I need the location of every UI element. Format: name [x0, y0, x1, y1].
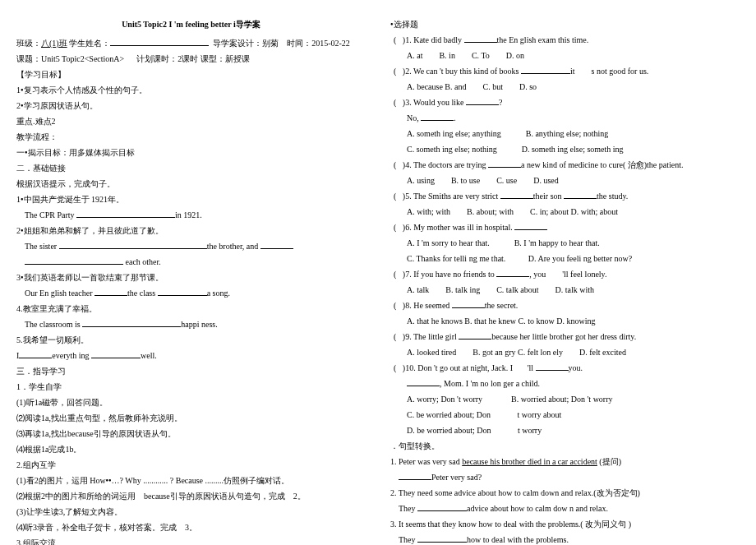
rq5-blank2: [564, 190, 597, 199]
rq3-blank: [466, 96, 499, 105]
rq4: ( )4. The doctors are trying a new kind …: [390, 157, 740, 173]
rq1-c: C. To: [472, 48, 490, 63]
rq7-a: A. talk: [407, 282, 429, 298]
rq9-blank: [459, 330, 491, 339]
rq5-c-opt: C. in; about D. with; about: [530, 204, 618, 219]
q2-en-a: The sister: [25, 242, 57, 251]
rq4-blank: [488, 159, 521, 168]
rq3-ob: B. anything else; nothing: [526, 126, 609, 141]
rq3-no-blank: [421, 112, 454, 121]
rq4-b: a new kind of medicine to cure( 治愈)the p…: [521, 160, 683, 169]
rq6-c: C. Thanks for telli ng me that.: [407, 251, 505, 266]
rq6-opts2: C. Thanks for telli ng me that. D. Are y…: [390, 251, 740, 266]
q3-blank1: [94, 287, 127, 296]
q4-en-b: happi ness.: [181, 320, 217, 329]
rq9: ( )9. The little girl because her little…: [390, 329, 740, 344]
q1-en-b: in 1921.: [175, 210, 202, 219]
rq5-opts: A. with; withB. about; withC. in; about …: [390, 204, 740, 219]
rq10-mom: , Mom. I 'm no lon ger a child.: [390, 376, 740, 391]
rq2-d: D. so: [519, 79, 537, 95]
s3-2d: ⑷听3录音，补全电子贺卡，核对答案。完成 3。: [16, 520, 366, 535]
rq4-c: C. use: [496, 173, 517, 188]
right-column: •选择题 ( )1. Kate did badly the En glish e…: [390, 16, 740, 545]
tr2: 2. They need some advice about how to ca…: [390, 485, 740, 501]
rq10-oc: C. be worried about; Don: [407, 407, 491, 423]
doc-title: Unit5 Topic2 I 'm feeling better i导学案: [16, 16, 366, 32]
rq8: ( )8. He seemed the secret.: [390, 298, 740, 313]
left-column: Unit5 Topic2 I 'm feeling better i导学案 班级…: [16, 16, 366, 545]
tr1-b: (提问): [597, 457, 621, 466]
rq2: ( )2. We can 't buy this kind of books i…: [390, 63, 740, 79]
design-label: 导学案设计：别菊: [213, 39, 279, 48]
tr3-b: how to deal with the problems.: [467, 535, 569, 544]
q5-en-b: everyth ing: [52, 351, 89, 360]
step-2: 二．基础链接: [16, 160, 366, 176]
tr1-a: 1. Peter was very sad: [390, 457, 462, 466]
q4-zh: 4.教室里充满了幸福。: [16, 301, 366, 316]
transform-heading: ．句型转换。: [390, 438, 740, 454]
rq7-b: , you: [529, 270, 546, 279]
s3-2a: (1)看2的图片，运用 How••…? Why ............ ? B…: [16, 473, 366, 488]
tr1: 1. Peter was very sad because his brothe…: [390, 454, 740, 469]
rq5-b-opt: B. about; with: [467, 204, 514, 219]
rq3-text: )3. Would you like: [403, 98, 464, 107]
rq1-text: )1. Kate did badly: [403, 35, 462, 44]
rq3-no-text: No,: [407, 113, 419, 122]
rq5-b: their son: [533, 192, 562, 201]
flow-heading: 教学流程：: [16, 129, 366, 145]
rq2-blank: [521, 65, 570, 74]
rq10-d: , Mom. I 'm no lon ger a child.: [440, 379, 540, 388]
rq6-d: D. Are you feeli ng better now?: [528, 251, 632, 266]
rq3-oc: C. someth ing else; nothing: [407, 141, 497, 157]
rq10-opts1: A. worry; Don 't worry B. worried about;…: [390, 391, 740, 407]
rq2-opts: A. because B. andC. butD. so: [390, 79, 740, 95]
header-row-2: 课题：Unit5 Topic2<SectionA> 计划课时：2课时 课型：新授…: [16, 51, 366, 67]
rq8-text: )8. He seemed: [403, 301, 449, 310]
q4-blank: [82, 318, 181, 327]
s3-2c: (3)让学生读3,了解短文内容。: [16, 504, 366, 520]
obj-2: 2•学习原因状语从句。: [16, 98, 366, 113]
rq3-oa: A. someth ing else; anything: [407, 126, 501, 141]
q2-blank1: [59, 240, 158, 249]
rq3-opts2: C. someth ing else; nothing D. someth in…: [390, 141, 740, 157]
q2-blank2: [260, 240, 293, 249]
rq6: ( )6. My mother was ill in hospital.: [390, 219, 740, 235]
tr3: 3. It seems that they know how to deal w…: [390, 516, 740, 532]
rq6-a: A. I 'm sorry to hear that.: [407, 235, 490, 251]
tr2-a: They: [399, 504, 416, 513]
q1-en-a: The CPR Party: [25, 210, 75, 219]
q5-blank2: [91, 349, 141, 358]
rq10-ob: B. worried about; Don 't worry: [511, 391, 612, 407]
rq4-text: )4. The doctors are trying: [403, 160, 486, 169]
rq7-d: D. talk with: [555, 282, 595, 298]
s3-2b: ⑵根据2中的图片和所给的词运用 because引导的原因状语从句造句，完成 2。: [16, 488, 366, 504]
rq4-b-opt: B. to use: [451, 173, 480, 188]
topic-value: Unit5 Topic2<SectionA>: [41, 54, 124, 63]
q5-zh: 5.我希望一切顺利。: [16, 332, 366, 348]
rq6-text: )6. My mother was ill in hospital.: [403, 223, 513, 232]
rq7-c: 'll feel lonely.: [562, 270, 606, 279]
rq7: ( )7. If you have no friends to , you 'l…: [390, 266, 740, 282]
tr3-blank: [417, 533, 467, 543]
rq9-text: )9. The little girl: [403, 332, 457, 341]
rq10-c: you.: [569, 363, 583, 372]
q2-blank1b: [158, 240, 207, 249]
rq6-opts1: A. I 'm sorry to hear that. B. I 'm happ…: [390, 235, 740, 251]
obj-1: 1•复习表示个人情感及个性的句子。: [16, 82, 366, 98]
tr3-ans: They how to deal with the problems.: [390, 532, 740, 545]
rq10-blank: [536, 362, 569, 371]
rq3-no: No, .: [390, 110, 740, 126]
step-1: 一•揭示目标：用多媒体揭示目标: [16, 145, 366, 160]
header-row-1: 班级：八(1)班 学生姓名： 导学案设计：别菊 时间：2015-02-22: [16, 35, 366, 51]
rq7-b-opt: B. talk ing: [445, 282, 480, 298]
rq1-b: the En glish exam this time.: [497, 35, 589, 44]
rq7-blank: [496, 268, 529, 277]
rq9-b: because her little brother got her dress…: [491, 332, 636, 341]
rq2-c-opt: C. but: [482, 79, 502, 95]
rq1-a: A. at: [407, 48, 422, 63]
rq10-opts2: C. be worried about; Don t worry about: [390, 407, 740, 423]
rq10-od: D. be worried about; Don: [407, 423, 491, 438]
rq10-opts3: D. be worried about; Don t worry: [390, 423, 740, 438]
q5-blank1: [19, 349, 52, 358]
rq9-a: A. looked tired: [407, 344, 456, 360]
